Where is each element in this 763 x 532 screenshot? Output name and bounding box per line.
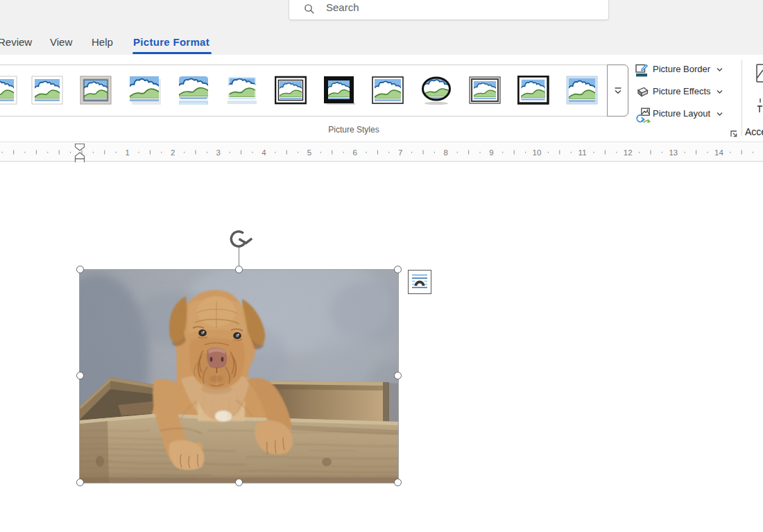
svg-text:10: 10 (533, 148, 542, 157)
svg-text:2: 2 (171, 148, 175, 157)
svg-text:8: 8 (444, 148, 448, 157)
svg-text:1: 1 (125, 148, 129, 157)
svg-text:9: 9 (489, 148, 493, 157)
svg-text:7: 7 (398, 148, 402, 157)
svg-text:12: 12 (624, 148, 633, 157)
svg-text:14: 14 (714, 148, 723, 157)
svg-text:11: 11 (578, 148, 587, 157)
svg-text:4: 4 (262, 148, 266, 157)
svg-text:13: 13 (669, 148, 678, 157)
svg-text:6: 6 (352, 148, 357, 157)
svg-text:3: 3 (216, 148, 221, 157)
svg-text:5: 5 (307, 148, 311, 157)
